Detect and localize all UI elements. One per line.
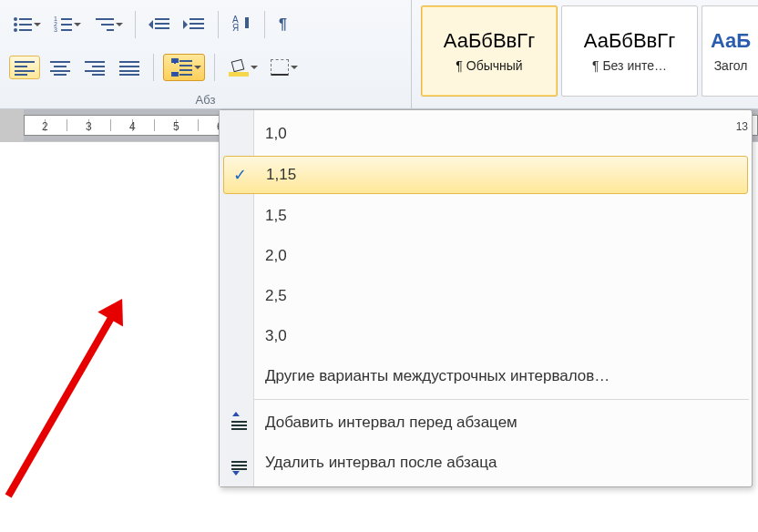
paragraph-group: 123 АЯ ¶	[0, 0, 412, 108]
ruler-number: 5	[173, 120, 179, 133]
ruler-number: 13	[736, 120, 748, 133]
ruler-margin	[0, 109, 24, 141]
menu-separator	[254, 399, 749, 400]
shading-button[interactable]	[224, 56, 261, 79]
bullet-list-icon	[14, 16, 32, 33]
menu-item-spacing-2-5[interactable]: 2,5	[220, 276, 752, 316]
separator	[135, 11, 136, 38]
fill-bucket-icon	[229, 58, 249, 77]
separator	[153, 54, 154, 81]
show-marks-button[interactable]: ¶	[274, 14, 292, 36]
style-tile-no-spacing[interactable]: АаБбВвГг ¶ Без инте…	[561, 5, 698, 97]
decrease-indent-icon	[149, 16, 169, 33]
align-right-button[interactable]	[80, 56, 109, 78]
style-sample: АаБбВвГг	[584, 29, 676, 53]
ruler-number: 2	[42, 120, 48, 133]
menu-item-spacing-2-0[interactable]: 2,0	[220, 236, 752, 276]
style-name: ¶ Без инте…	[592, 58, 667, 73]
style-name: Загол	[714, 58, 748, 73]
style-name: ¶ Обычный	[456, 58, 522, 73]
style-sample: АаБ	[711, 29, 751, 53]
increase-indent-icon	[184, 16, 204, 33]
line-spacing-icon	[169, 57, 192, 77]
add-space-before-icon	[227, 413, 247, 433]
style-gallery: АаБбВвГг ¶ Обычный АаБбВвГг ¶ Без инте… …	[421, 5, 758, 97]
menu-label: Другие варианты междустрочных интервалов…	[265, 367, 609, 385]
menu-item-spacing-more[interactable]: Другие варианты междустрочных интервалов…	[220, 356, 752, 396]
decrease-indent-button[interactable]	[145, 14, 174, 36]
chevron-down-icon	[34, 23, 41, 26]
chevron-down-icon	[74, 23, 81, 26]
paragraph-group-label: Абз	[9, 91, 402, 107]
line-spacing-menu: 13 1,0 ✓ 1,15 1,5 2,0 2,5 3,0 Другие вар…	[219, 109, 753, 487]
chevron-down-icon	[194, 66, 201, 69]
sort-button[interactable]: АЯ	[228, 13, 255, 36]
ruler-number: 4	[129, 120, 136, 133]
align-justify-button[interactable]	[115, 56, 144, 78]
separator	[214, 54, 215, 81]
multilevel-list-icon	[94, 16, 114, 33]
menu-item-spacing-3-0[interactable]: 3,0	[220, 316, 752, 356]
increase-indent-button[interactable]	[179, 14, 209, 36]
menu-label: 1,15	[266, 166, 296, 184]
align-left-button[interactable]	[9, 56, 40, 79]
pilcrow-icon: ¶	[279, 16, 287, 33]
menu-item-spacing-1-15[interactable]: ✓ 1,15	[223, 156, 748, 194]
style-tile-heading1[interactable]: АаБ Загол	[702, 5, 758, 97]
align-center-icon	[50, 59, 70, 76]
menu-label: 3,0	[265, 327, 287, 345]
separator	[218, 11, 219, 38]
chevron-down-icon	[116, 23, 123, 26]
numbered-list-icon: 123	[54, 16, 72, 33]
styles-group: АаБбВвГг ¶ Обычный АаБбВвГг ¶ Без инте… …	[412, 0, 758, 108]
menu-label: 2,5	[265, 287, 287, 305]
menu-item-spacing-1-0[interactable]: 1,0	[220, 114, 752, 154]
remove-space-after-icon	[227, 453, 247, 473]
ribbon: 123 АЯ ¶	[0, 0, 758, 109]
style-tile-normal[interactable]: АаБбВвГг ¶ Обычный	[421, 5, 558, 97]
ruler-number: 3	[86, 120, 92, 133]
menu-item-add-space-before[interactable]: Добавить интервал перед абзацем	[220, 403, 752, 443]
check-icon: ✓	[233, 165, 247, 185]
chevron-down-icon	[291, 66, 298, 69]
line-spacing-button[interactable]	[163, 54, 205, 81]
multilevel-list-button[interactable]	[89, 14, 126, 36]
numbered-list-button[interactable]: 123	[49, 14, 84, 36]
menu-label: Удалить интервал после абзаца	[265, 454, 497, 472]
menu-label: 2,0	[265, 247, 287, 265]
menu-label: 1,0	[265, 125, 287, 143]
align-center-button[interactable]	[46, 56, 75, 78]
menu-label: Добавить интервал перед абзацем	[265, 414, 517, 432]
menu-item-spacing-1-5[interactable]: 1,5	[220, 196, 752, 236]
borders-button[interactable]	[266, 56, 301, 78]
menu-item-remove-space-after[interactable]: Удалить интервал после абзаца	[220, 443, 752, 483]
borders-icon	[271, 59, 289, 76]
style-sample: АаБбВвГг	[444, 29, 536, 53]
separator	[264, 11, 265, 38]
sort-icon: АЯ	[232, 15, 251, 34]
bullet-list-button[interactable]	[9, 14, 44, 36]
menu-label: 1,5	[265, 207, 287, 225]
align-justify-icon	[119, 59, 139, 76]
align-right-icon	[85, 59, 105, 76]
align-left-icon	[15, 59, 35, 76]
chevron-down-icon	[251, 66, 258, 69]
